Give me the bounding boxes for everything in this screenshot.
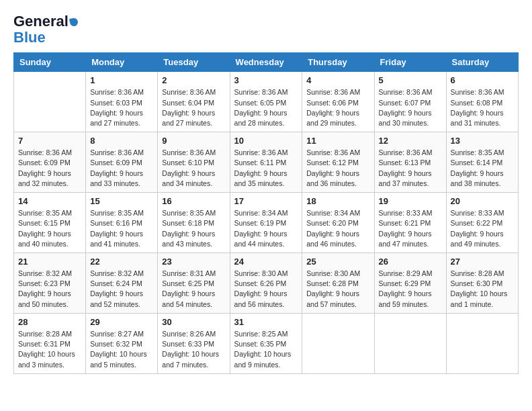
calendar-cell: 31Sunrise: 8:25 AMSunset: 6:35 PMDayligh… bbox=[230, 313, 302, 373]
day-number: 17 bbox=[234, 196, 298, 206]
day-info: Sunrise: 8:25 AMSunset: 6:35 PMDaylight:… bbox=[234, 329, 298, 370]
day-info: Sunrise: 8:36 AMSunset: 6:07 PMDaylight:… bbox=[379, 87, 442, 128]
day-info: Sunrise: 8:34 AMSunset: 6:19 PMDaylight:… bbox=[234, 208, 298, 249]
calendar-cell: 9Sunrise: 8:36 AMSunset: 6:10 PMDaylight… bbox=[158, 132, 230, 193]
day-number: 30 bbox=[162, 317, 225, 327]
calendar-cell: 28Sunrise: 8:28 AMSunset: 6:31 PMDayligh… bbox=[14, 313, 86, 373]
calendar-cell: 7Sunrise: 8:36 AMSunset: 6:09 PMDaylight… bbox=[14, 132, 86, 193]
day-number: 22 bbox=[90, 257, 153, 267]
col-sunday: Sunday bbox=[14, 53, 86, 72]
calendar-cell: 6Sunrise: 8:36 AMSunset: 6:08 PMDaylight… bbox=[446, 72, 518, 132]
day-info: Sunrise: 8:30 AMSunset: 6:26 PMDaylight:… bbox=[234, 269, 298, 310]
day-info: Sunrise: 8:35 AMSunset: 6:14 PMDaylight:… bbox=[451, 148, 514, 189]
calendar-cell: 14Sunrise: 8:35 AMSunset: 6:15 PMDayligh… bbox=[14, 193, 86, 253]
day-info: Sunrise: 8:27 AMSunset: 6:32 PMDaylight:… bbox=[90, 329, 153, 370]
col-wednesday: Wednesday bbox=[230, 53, 302, 72]
logo-blue: Blue bbox=[13, 30, 78, 46]
calendar-cell: 2Sunrise: 8:36 AMSunset: 6:04 PMDaylight… bbox=[158, 72, 230, 132]
calendar-cell: 23Sunrise: 8:31 AMSunset: 6:25 PMDayligh… bbox=[158, 253, 230, 314]
day-number: 19 bbox=[379, 196, 442, 206]
col-tuesday: Tuesday bbox=[158, 53, 230, 72]
day-number: 26 bbox=[379, 257, 442, 267]
page-container: General Blue Sunday Monday Tuesday Wedne… bbox=[13, 13, 519, 374]
logo: General Blue bbox=[13, 13, 78, 46]
day-info: Sunrise: 8:36 AMSunset: 6:13 PMDaylight:… bbox=[379, 148, 442, 189]
day-info: Sunrise: 8:36 AMSunset: 6:05 PMDaylight:… bbox=[234, 87, 298, 128]
day-info: Sunrise: 8:36 AMSunset: 6:09 PMDaylight:… bbox=[18, 148, 81, 189]
day-number: 31 bbox=[234, 317, 298, 327]
day-number: 14 bbox=[18, 196, 81, 206]
header: General Blue bbox=[13, 13, 519, 46]
day-info: Sunrise: 8:28 AMSunset: 6:30 PMDaylight:… bbox=[451, 269, 514, 310]
calendar-cell: 3Sunrise: 8:36 AMSunset: 6:05 PMDaylight… bbox=[230, 72, 302, 132]
day-number: 25 bbox=[306, 257, 369, 267]
day-number: 6 bbox=[451, 75, 514, 85]
day-number: 3 bbox=[234, 75, 298, 85]
col-thursday: Thursday bbox=[302, 53, 374, 72]
calendar-week-row: 1Sunrise: 8:36 AMSunset: 6:03 PMDaylight… bbox=[14, 72, 519, 132]
calendar-cell bbox=[374, 313, 446, 373]
day-number: 13 bbox=[451, 136, 514, 146]
day-number: 5 bbox=[379, 75, 442, 85]
day-number: 27 bbox=[451, 257, 514, 267]
day-number: 15 bbox=[90, 196, 153, 206]
day-number: 2 bbox=[162, 75, 225, 85]
col-friday: Friday bbox=[374, 53, 446, 72]
day-info: Sunrise: 8:35 AMSunset: 6:15 PMDaylight:… bbox=[18, 208, 81, 249]
calendar-cell: 21Sunrise: 8:32 AMSunset: 6:23 PMDayligh… bbox=[14, 253, 86, 314]
calendar-cell: 8Sunrise: 8:36 AMSunset: 6:09 PMDaylight… bbox=[86, 132, 158, 193]
day-number: 4 bbox=[306, 75, 369, 85]
calendar-cell: 12Sunrise: 8:36 AMSunset: 6:13 PMDayligh… bbox=[374, 132, 446, 193]
day-info: Sunrise: 8:35 AMSunset: 6:18 PMDaylight:… bbox=[162, 208, 225, 249]
day-number: 23 bbox=[162, 257, 225, 267]
calendar-week-row: 7Sunrise: 8:36 AMSunset: 6:09 PMDaylight… bbox=[14, 132, 519, 193]
day-info: Sunrise: 8:36 AMSunset: 6:04 PMDaylight:… bbox=[162, 87, 225, 128]
calendar-cell bbox=[14, 72, 86, 132]
day-number: 16 bbox=[162, 196, 225, 206]
calendar-header-row: Sunday Monday Tuesday Wednesday Thursday… bbox=[14, 53, 519, 72]
day-info: Sunrise: 8:36 AMSunset: 6:08 PMDaylight:… bbox=[451, 87, 514, 128]
calendar-cell: 22Sunrise: 8:32 AMSunset: 6:24 PMDayligh… bbox=[86, 253, 158, 314]
day-info: Sunrise: 8:36 AMSunset: 6:09 PMDaylight:… bbox=[90, 148, 153, 189]
calendar-cell: 30Sunrise: 8:26 AMSunset: 6:33 PMDayligh… bbox=[158, 313, 230, 373]
calendar-cell: 4Sunrise: 8:36 AMSunset: 6:06 PMDaylight… bbox=[302, 72, 374, 132]
day-info: Sunrise: 8:28 AMSunset: 6:31 PMDaylight:… bbox=[18, 329, 81, 370]
day-number: 20 bbox=[451, 196, 514, 206]
day-info: Sunrise: 8:32 AMSunset: 6:24 PMDaylight:… bbox=[90, 269, 153, 310]
day-info: Sunrise: 8:36 AMSunset: 6:11 PMDaylight:… bbox=[234, 148, 298, 189]
calendar-table: Sunday Monday Tuesday Wednesday Thursday… bbox=[13, 52, 519, 373]
day-number: 10 bbox=[234, 136, 298, 146]
calendar-week-row: 14Sunrise: 8:35 AMSunset: 6:15 PMDayligh… bbox=[14, 193, 519, 253]
day-number: 18 bbox=[306, 196, 369, 206]
calendar-cell: 27Sunrise: 8:28 AMSunset: 6:30 PMDayligh… bbox=[446, 253, 518, 314]
calendar-week-row: 28Sunrise: 8:28 AMSunset: 6:31 PMDayligh… bbox=[14, 313, 519, 373]
day-info: Sunrise: 8:33 AMSunset: 6:22 PMDaylight:… bbox=[451, 208, 514, 249]
day-number: 24 bbox=[234, 257, 298, 267]
calendar-cell: 13Sunrise: 8:35 AMSunset: 6:14 PMDayligh… bbox=[446, 132, 518, 193]
day-info: Sunrise: 8:34 AMSunset: 6:20 PMDaylight:… bbox=[306, 208, 369, 249]
calendar-cell: 26Sunrise: 8:29 AMSunset: 6:29 PMDayligh… bbox=[374, 253, 446, 314]
day-number: 12 bbox=[379, 136, 442, 146]
calendar-cell: 18Sunrise: 8:34 AMSunset: 6:20 PMDayligh… bbox=[302, 193, 374, 253]
calendar-cell: 16Sunrise: 8:35 AMSunset: 6:18 PMDayligh… bbox=[158, 193, 230, 253]
calendar-cell: 20Sunrise: 8:33 AMSunset: 6:22 PMDayligh… bbox=[446, 193, 518, 253]
calendar-cell: 19Sunrise: 8:33 AMSunset: 6:21 PMDayligh… bbox=[374, 193, 446, 253]
day-info: Sunrise: 8:35 AMSunset: 6:16 PMDaylight:… bbox=[90, 208, 153, 249]
calendar-cell: 10Sunrise: 8:36 AMSunset: 6:11 PMDayligh… bbox=[230, 132, 302, 193]
day-info: Sunrise: 8:36 AMSunset: 6:12 PMDaylight:… bbox=[306, 148, 369, 189]
col-monday: Monday bbox=[86, 53, 158, 72]
day-info: Sunrise: 8:32 AMSunset: 6:23 PMDaylight:… bbox=[18, 269, 81, 310]
calendar-cell: 1Sunrise: 8:36 AMSunset: 6:03 PMDaylight… bbox=[86, 72, 158, 132]
calendar-cell: 11Sunrise: 8:36 AMSunset: 6:12 PMDayligh… bbox=[302, 132, 374, 193]
calendar-cell bbox=[446, 313, 518, 373]
day-info: Sunrise: 8:36 AMSunset: 6:03 PMDaylight:… bbox=[90, 87, 153, 128]
calendar-cell: 17Sunrise: 8:34 AMSunset: 6:19 PMDayligh… bbox=[230, 193, 302, 253]
day-info: Sunrise: 8:30 AMSunset: 6:28 PMDaylight:… bbox=[306, 269, 369, 310]
day-number: 7 bbox=[18, 136, 81, 146]
day-number: 8 bbox=[90, 136, 153, 146]
calendar-cell: 5Sunrise: 8:36 AMSunset: 6:07 PMDaylight… bbox=[374, 72, 446, 132]
calendar-cell bbox=[302, 313, 374, 373]
day-info: Sunrise: 8:31 AMSunset: 6:25 PMDaylight:… bbox=[162, 269, 225, 310]
calendar-cell: 15Sunrise: 8:35 AMSunset: 6:16 PMDayligh… bbox=[86, 193, 158, 253]
day-number: 11 bbox=[306, 136, 369, 146]
